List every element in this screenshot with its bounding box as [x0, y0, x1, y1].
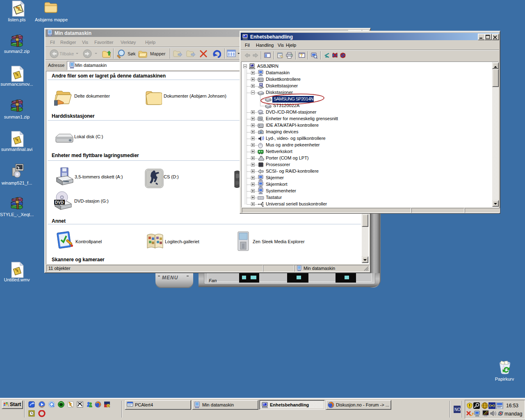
svg-text:?: ? [300, 53, 303, 58]
svg-text:DVD: DVD [55, 200, 64, 205]
